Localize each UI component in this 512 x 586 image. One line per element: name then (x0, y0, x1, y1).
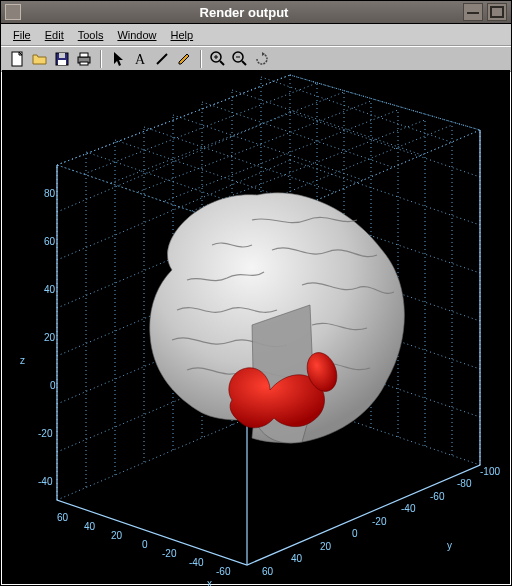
print-button[interactable] (73, 49, 95, 69)
text-annotation-button[interactable]: A (129, 49, 151, 69)
svg-line-8 (157, 54, 167, 64)
y-tick: -20 (372, 516, 386, 527)
menu-edit[interactable]: Edit (45, 29, 64, 41)
svg-rect-6 (80, 62, 88, 65)
save-file-icon (55, 52, 69, 66)
y-tick: -40 (401, 503, 415, 514)
maximize-button[interactable] (487, 3, 507, 21)
open-file-icon (32, 52, 48, 66)
zoom-out-icon (232, 51, 248, 67)
render-canvas (2, 70, 512, 586)
z-tick: -20 (38, 428, 52, 439)
text-annotation-icon: A (133, 52, 147, 66)
toolbar: A (1, 46, 511, 72)
x-tick: 0 (142, 539, 148, 550)
z-tick: 40 (44, 284, 55, 295)
z-tick: 80 (44, 188, 55, 199)
y-tick: -60 (430, 491, 444, 502)
svg-line-10 (220, 61, 224, 65)
z-axis-label: z (20, 355, 25, 366)
y-tick: 20 (320, 541, 331, 552)
pointer-icon (112, 51, 124, 67)
system-menu-icon[interactable] (5, 4, 21, 20)
separator (200, 50, 202, 68)
z-tick: 60 (44, 236, 55, 247)
y-tick: 0 (352, 528, 358, 539)
x-tick: -40 (189, 557, 203, 568)
y-axis-label: y (447, 540, 452, 551)
z-tick: 0 (50, 380, 56, 391)
svg-line-62 (138, 101, 371, 192)
line-button[interactable] (151, 49, 173, 69)
separator (100, 50, 102, 68)
menu-file[interactable]: File (13, 29, 31, 41)
pencil-button[interactable] (173, 49, 195, 69)
print-icon (76, 52, 92, 66)
x-tick: 20 (111, 530, 122, 541)
menu-window[interactable]: Window (117, 29, 156, 41)
svg-rect-3 (58, 60, 66, 65)
x-axis-label: x (207, 578, 212, 586)
menu-help[interactable]: Help (171, 29, 194, 41)
zoom-in-button[interactable] (207, 49, 229, 69)
rotate-button[interactable] (251, 49, 273, 69)
render-viewport[interactable]: 80 60 40 20 0 -20 -40 z 60 40 20 0 -20 -… (2, 70, 510, 584)
x-tick: 60 (57, 512, 68, 523)
minimize-button[interactable] (463, 3, 483, 21)
svg-line-63 (165, 110, 398, 201)
y-tick: 40 (291, 553, 302, 564)
svg-text:A: A (135, 52, 146, 66)
x-tick: -20 (162, 548, 176, 559)
svg-line-60 (84, 83, 317, 174)
app-window: Render output File Edit Tools Window Hel… (0, 0, 512, 586)
y-tick: -80 (457, 478, 471, 489)
new-file-icon (11, 51, 25, 67)
x-tick: 40 (84, 521, 95, 532)
y-tick: -100 (480, 466, 500, 477)
new-file-button[interactable] (7, 49, 29, 69)
save-file-button[interactable] (51, 49, 73, 69)
svg-rect-2 (59, 53, 65, 58)
svg-line-14 (242, 61, 246, 65)
pencil-icon (177, 52, 191, 66)
x-tick: -60 (216, 566, 230, 577)
svg-rect-5 (80, 53, 88, 57)
menu-tools[interactable]: Tools (78, 29, 104, 41)
window-title: Render output (29, 5, 459, 20)
titlebar[interactable]: Render output (1, 1, 511, 24)
y-tick: 60 (262, 566, 273, 577)
open-file-button[interactable] (29, 49, 51, 69)
svg-line-61 (111, 92, 344, 183)
zoom-in-icon (210, 51, 226, 67)
line-icon (155, 52, 169, 66)
zoom-out-button[interactable] (229, 49, 251, 69)
rotate-icon (254, 51, 270, 67)
pointer-button[interactable] (107, 49, 129, 69)
menubar: File Edit Tools Window Help (1, 24, 511, 46)
z-tick: -40 (38, 476, 52, 487)
z-tick: 20 (44, 332, 55, 343)
